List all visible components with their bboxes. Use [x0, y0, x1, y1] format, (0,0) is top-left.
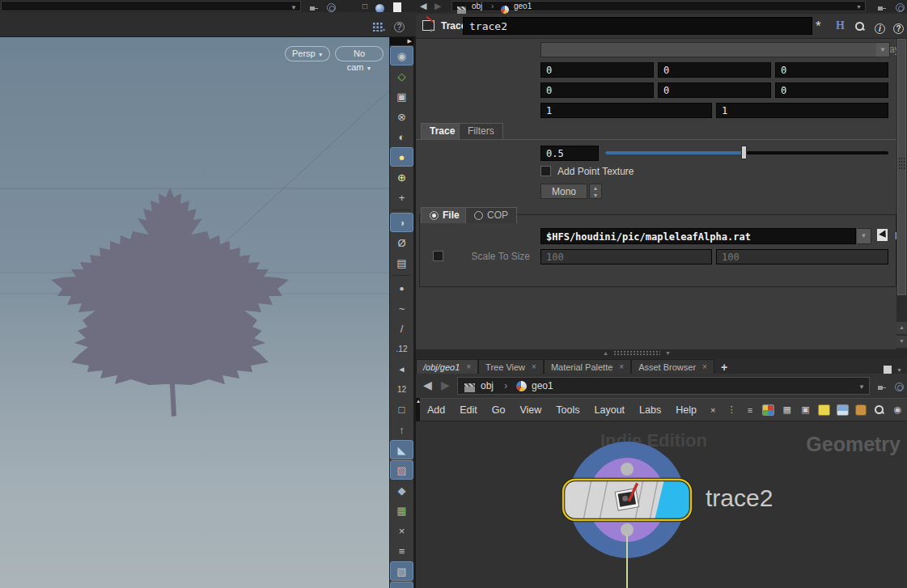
rotate-y-field[interactable]: 0 — [658, 82, 771, 98]
network-editor[interactable]: Indie Edition Geometry trace2 — [416, 421, 907, 588]
scene-viewport[interactable]: Persp▼ No cam▼ — [0, 37, 389, 588]
location-pin-icon[interactable]: ◉ — [390, 582, 413, 588]
threshold-slider[interactable] — [605, 151, 888, 154]
grid-icon[interactable]: ▦ — [781, 404, 793, 416]
shaded-poly-icon[interactable]: ◣ — [390, 440, 413, 459]
scale-x-field[interactable]: 1 — [540, 103, 712, 118]
image-input-field[interactable]: $HFS/houdini/pic/mapleleafAlpha.rat — [540, 228, 856, 244]
tree-structure-icon[interactable]: ⋮ — [726, 404, 738, 416]
close-icon[interactable]: × — [702, 362, 707, 371]
close-icon[interactable]: × — [619, 362, 624, 371]
pen-icon[interactable]: / — [390, 319, 413, 338]
toolbox-icon[interactable] — [855, 404, 867, 416]
menu-tools[interactable]: Tools — [549, 404, 587, 416]
breadcrumb-root[interactable]: obj — [472, 2, 482, 11]
close-icon[interactable]: × — [532, 362, 536, 371]
color-palette-icon[interactable] — [762, 404, 774, 416]
menu-view[interactable]: View — [512, 404, 549, 416]
reflect-diamond-icon[interactable]: ◆ — [390, 480, 413, 500]
camera-select-button[interactable]: No cam▼ — [335, 46, 384, 61]
background-image-icon[interactable]: ▧ — [390, 561, 413, 581]
menu-labs[interactable]: Labs — [632, 404, 668, 416]
file-chooser-icon[interactable] — [877, 229, 888, 244]
breadcrumb-node[interactable]: geo1 — [532, 380, 553, 391]
group-box-icon[interactable]: ▦ — [390, 501, 413, 520]
tab-material-palette[interactable]: Material Palette× — [544, 359, 631, 374]
add-point-texture-checkbox[interactable] — [540, 166, 551, 176]
channel-select[interactable]: Mono — [540, 184, 587, 199]
menu-add[interactable]: Add — [420, 404, 452, 416]
move-pivot-icon[interactable]: + — [390, 188, 413, 207]
forward-icon[interactable]: ▶ — [434, 0, 441, 12]
channel-spinner[interactable]: ▲▼ — [589, 184, 602, 199]
view-tool-icon[interactable]: ◉ — [390, 46, 413, 66]
background-image-icon[interactable] — [837, 404, 849, 416]
close-icon[interactable]: × — [466, 362, 471, 371]
link-radar-icon[interactable] — [895, 380, 904, 395]
axis-icon[interactable]: × — [390, 521, 413, 540]
display-options-icon[interactable]: ≡ — [390, 541, 413, 561]
points-display-icon[interactable]: ● — [390, 278, 413, 298]
chevron-down-icon[interactable]: ▼ — [896, 367, 902, 373]
sticky-note-icon[interactable] — [818, 404, 830, 416]
tab-cop[interactable]: COP — [465, 207, 517, 223]
gear-icon[interactable]: * — [816, 19, 821, 35]
menu-layout[interactable]: Layout — [587, 404, 633, 416]
material-sphere-icon[interactable]: ◐ — [390, 127, 413, 146]
node-output-connector[interactable] — [621, 523, 634, 536]
prim-numbers-icon[interactable]: 12 — [390, 379, 413, 399]
node-wire[interactable] — [626, 535, 628, 588]
menu-help[interactable]: Help — [668, 404, 704, 416]
hooks-display-icon[interactable]: ~ — [390, 298, 413, 318]
node-name-input[interactable]: trace2 — [463, 17, 812, 35]
houdini-logo-icon[interactable]: H — [836, 19, 845, 32]
help-icon[interactable]: ? — [893, 20, 904, 35]
display-settings-icon[interactable]: ▾ — [372, 20, 385, 35]
menu-edit[interactable]: Edit — [452, 404, 485, 416]
perspective-view-button[interactable]: Persp▼ — [285, 46, 330, 61]
list-icon[interactable]: ≡ — [744, 404, 757, 416]
tools-icon[interactable]: × — [707, 404, 719, 416]
breadcrumb-root[interactable]: obj — [481, 380, 494, 391]
texture-checker-icon[interactable]: ▨ — [390, 460, 413, 480]
toolbar-collapse-icon[interactable]: ▶ — [390, 37, 413, 45]
normals-icon[interactable]: ↑ — [390, 420, 413, 439]
scroll-up-icon[interactable]: ▲ — [896, 322, 907, 334]
scroll-down-icon[interactable]: ▼ — [896, 336, 907, 348]
windows-icon[interactable]: ▣ — [799, 404, 812, 416]
node-input-connector[interactable] — [621, 463, 634, 476]
tab-file[interactable]: File — [421, 207, 468, 223]
lock-icon[interactable]: ▣ — [390, 87, 413, 106]
pane-grip-dots[interactable] — [898, 157, 905, 170]
rotate-x-field[interactable]: 0 — [540, 82, 654, 98]
left-path-dropdown[interactable]: ▼ — [1, 1, 301, 11]
tab-tree-view[interactable]: Tree View× — [478, 359, 544, 374]
back-icon[interactable]: ◀ — [420, 0, 426, 12]
menu-go[interactable]: Go — [485, 404, 513, 416]
add-tab-button[interactable]: + — [714, 361, 734, 374]
scale-to-size-y-field[interactable]: 100 — [716, 249, 888, 264]
splitter-up-icon[interactable]: ▲ — [603, 350, 608, 356]
translate-x-field[interactable]: 0 — [540, 62, 654, 78]
network-breadcrumb[interactable]: obj › geo1 ▼ — [457, 377, 870, 395]
point-numbers-icon[interactable]: .12 — [390, 339, 413, 358]
tab-obj-geo1[interactable]: /obj/geo1× — [416, 359, 478, 374]
pane-maximize-icon[interactable] — [884, 366, 892, 374]
tab-trace[interactable]: Trace — [421, 123, 464, 139]
image-input-menu[interactable]: ▼ — [858, 228, 871, 244]
bbox-icon[interactable]: □ — [390, 400, 413, 419]
breadcrumb-node[interactable]: geo1 — [514, 2, 532, 11]
rotate-z-field[interactable]: 0 — [775, 82, 888, 98]
visibility-eye-icon[interactable]: ◉ — [892, 404, 904, 416]
splitter-down-icon[interactable]: ▼ — [665, 350, 671, 356]
threshold-field[interactable]: 0.5 — [540, 146, 599, 161]
search-icon[interactable] — [855, 20, 865, 35]
tab-asset-browser[interactable]: Asset Browser× — [631, 359, 714, 374]
scale-y-field[interactable]: 1 — [716, 103, 888, 118]
search-icon[interactable] — [873, 404, 885, 416]
forward-icon[interactable]: ▶ — [441, 379, 450, 391]
param-scrollbar[interactable]: ▲ ▼ — [896, 39, 907, 349]
tab-filters[interactable]: Filters — [459, 123, 503, 139]
add-light-icon[interactable]: ⊕ — [390, 167, 413, 187]
translate-y-field[interactable]: 0 — [658, 62, 771, 78]
